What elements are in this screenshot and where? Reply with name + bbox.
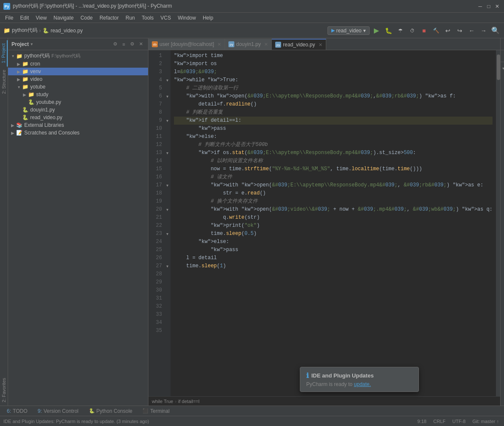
code-line-17[interactable]: "kw">with "kw">open(&#039;E:\\apytemp\\R… bbox=[174, 181, 493, 189]
code-line-29[interactable] bbox=[174, 278, 493, 286]
code-line-2[interactable]: "kw">import os bbox=[174, 60, 493, 68]
code-line-12[interactable]: # 判断文件大小是否大于500b bbox=[174, 141, 493, 149]
status-line-ending[interactable]: CRLF bbox=[432, 419, 447, 424]
menu-window[interactable]: Window bbox=[174, 14, 199, 22]
db-item-douyin[interactable]: ▾ 🗄 douyin bbox=[501, 81, 504, 89]
tree-item-study[interactable]: ▶ 📁 study bbox=[8, 91, 148, 98]
code-line-25[interactable]: "kw">pass bbox=[174, 246, 493, 254]
status-encoding[interactable]: UTF-8 bbox=[450, 419, 467, 424]
db-item-collations[interactable]: ▶ 📁 collations 222 bbox=[501, 98, 504, 106]
settings-button[interactable]: ⚙ bbox=[128, 40, 136, 48]
tab-user[interactable]: db user [douyin@localhost] ✕ bbox=[148, 39, 225, 50]
tree-item-scratches[interactable]: ▶ 📝 Scratches and Consoles bbox=[8, 129, 148, 137]
code-line-1[interactable]: "kw">import time bbox=[174, 52, 493, 60]
gutter-line-9[interactable]: ▾ bbox=[164, 117, 171, 125]
code-line-18[interactable]: str = e.read() bbox=[174, 189, 493, 197]
navigate-forward[interactable]: → bbox=[478, 26, 489, 36]
code-line-7[interactable]: detail=f.readline() bbox=[174, 100, 493, 109]
run-button[interactable]: ▶ bbox=[371, 26, 382, 36]
profile-button[interactable]: ⏱ bbox=[407, 26, 417, 36]
undo-button[interactable]: ↩ bbox=[443, 26, 453, 36]
tree-item-read-video-py[interactable]: ▶ 🐍 read_video.py bbox=[8, 114, 148, 121]
code-line-14[interactable]: # 以时间设置文件名称 bbox=[174, 157, 493, 165]
gutter-line-6[interactable]: ▾ bbox=[164, 92, 171, 100]
minimize-button[interactable]: ─ bbox=[477, 3, 484, 10]
code-line-3[interactable]: l=&#039;&#039; bbox=[174, 68, 493, 76]
code-line-26[interactable]: l = detail bbox=[174, 254, 493, 262]
db-item-user-table[interactable]: ▶ 📊 user bbox=[501, 89, 504, 98]
code-line-24[interactable]: "kw">else: bbox=[174, 238, 493, 246]
user-tab-close[interactable]: ✕ bbox=[217, 42, 221, 47]
code-line-6[interactable]: "kw">with "kw">open(&#039;E:\\apytemp\\R… bbox=[174, 92, 493, 100]
db-item-host[interactable]: ▾ 🗄 douyin@localhost 1 bbox=[501, 64, 504, 72]
code-line-11[interactable]: "kw">else: bbox=[174, 133, 493, 141]
gutter-line-4[interactable]: ▾ bbox=[164, 76, 171, 84]
tree-item-cron[interactable]: ▶ 📁 cron bbox=[8, 60, 148, 68]
collapse-all-button[interactable]: ≡ bbox=[120, 40, 128, 48]
code-line-23[interactable]: time.sleep(0.5) bbox=[174, 230, 493, 238]
code-line-19[interactable]: # 换个文件夹存文件 bbox=[174, 197, 493, 206]
gutter-line-20[interactable]: ▾ bbox=[164, 206, 171, 214]
code-line-20[interactable]: "kw">with "kw">open(&#039;video\\&#039; … bbox=[174, 206, 493, 214]
code-line-32[interactable] bbox=[174, 303, 493, 311]
code-line-34[interactable] bbox=[174, 319, 493, 327]
menu-code[interactable]: Code bbox=[77, 14, 96, 22]
coverage-button[interactable]: ☂ bbox=[395, 26, 405, 36]
breadcrumb-while[interactable]: while True bbox=[152, 399, 173, 404]
tab-read-video[interactable]: py read_video.py ✕ bbox=[272, 39, 326, 50]
redo-button[interactable]: ↪ bbox=[455, 26, 465, 36]
code-line-13[interactable]: "kw">if os.stat(&#039;E:\\apytemp\\Respo… bbox=[174, 149, 493, 157]
breadcrumb-if[interactable]: if detail==l bbox=[178, 399, 199, 404]
gutter-line-13[interactable]: ▾ bbox=[164, 149, 171, 157]
read-video-tab-close[interactable]: ✕ bbox=[319, 42, 322, 48]
panel-favorites-tab[interactable]: 2: Favorites bbox=[0, 375, 7, 406]
tree-item-youtube-py[interactable]: ▶ 🐍 youtube.py bbox=[8, 98, 148, 106]
stop-button[interactable]: ■ bbox=[419, 26, 429, 36]
code-line-35[interactable] bbox=[174, 327, 493, 335]
code-line-22[interactable]: "kw">print("ok") bbox=[174, 222, 493, 230]
menu-refactor[interactable]: Refactor bbox=[96, 14, 122, 22]
maximize-button[interactable]: □ bbox=[485, 3, 492, 10]
code-line-5[interactable]: # 二进制的读取第一行 bbox=[174, 84, 493, 92]
bottom-tab-version-control[interactable]: 9: Version Control bbox=[34, 406, 82, 416]
code-line-4[interactable]: "kw">while "kw">True: bbox=[174, 76, 493, 84]
run-config-dropdown[interactable]: ▶ read_video ▾ bbox=[327, 26, 370, 35]
tree-item-external-libraries[interactable]: ▶ 📚 External Libraries bbox=[8, 121, 148, 129]
code-content[interactable]: "kw">import time"kw">import osl=&#039;&#… bbox=[171, 50, 496, 396]
debug-button[interactable]: 🐛 bbox=[383, 26, 393, 36]
code-line-10[interactable]: "kw">pass bbox=[174, 125, 493, 133]
menu-file[interactable]: File bbox=[2, 14, 17, 22]
bottom-tab-python-console[interactable]: 🐍 Python Console bbox=[85, 406, 136, 416]
status-git[interactable]: Git: master ↑ bbox=[471, 419, 501, 424]
code-line-33[interactable] bbox=[174, 311, 493, 319]
gutter-line-27[interactable]: ▾ bbox=[164, 262, 171, 270]
menu-navigate[interactable]: Navigate bbox=[50, 14, 77, 22]
close-panel-button[interactable]: ✕ bbox=[137, 40, 145, 48]
douyin1-tab-close[interactable]: ✕ bbox=[264, 42, 268, 47]
toolbar-file-name[interactable]: read_video.py bbox=[51, 28, 83, 34]
navigate-back[interactable]: ← bbox=[467, 26, 477, 36]
scrollbar-track[interactable] bbox=[496, 50, 500, 396]
code-line-28[interactable] bbox=[174, 270, 493, 278]
code-line-31[interactable] bbox=[174, 294, 493, 303]
code-line-27[interactable]: time.sleep(1) bbox=[174, 262, 493, 270]
tree-root[interactable]: ▾ 📁 python代码 F:\python代码 bbox=[8, 52, 148, 60]
code-line-8[interactable]: # 判断是否重复 bbox=[174, 109, 493, 117]
menu-view[interactable]: View bbox=[32, 14, 50, 22]
tree-item-yotube[interactable]: ▾ 📁 yotube bbox=[8, 83, 148, 91]
scrollbar-thumb[interactable] bbox=[497, 54, 500, 80]
toolbar-project-name[interactable]: python代码 bbox=[12, 27, 37, 34]
menu-run[interactable]: Run bbox=[122, 14, 138, 22]
panel-structure-tab[interactable]: 2: Structure bbox=[0, 66, 7, 97]
bottom-tab-terminal[interactable]: ⬛ Terminal bbox=[139, 406, 173, 416]
tree-item-venv[interactable]: ▶ 📁 venv bbox=[8, 68, 148, 75]
code-editor[interactable]: 1234567891011121314151617181920212223242… bbox=[148, 50, 500, 396]
tree-item-video[interactable]: ▶ 📁 video bbox=[8, 75, 148, 83]
status-position[interactable]: 9:18 bbox=[416, 419, 428, 424]
search-everywhere-button[interactable]: 🔍 bbox=[490, 26, 501, 36]
code-line-21[interactable]: q.write(str) bbox=[174, 214, 493, 222]
code-line-16[interactable]: # 读文件 bbox=[174, 173, 493, 181]
db-item-schemas[interactable]: ▾ 📁 schemas 1 bbox=[501, 72, 504, 81]
notification-link[interactable]: update. bbox=[354, 381, 371, 387]
code-line-30[interactable] bbox=[174, 286, 493, 294]
